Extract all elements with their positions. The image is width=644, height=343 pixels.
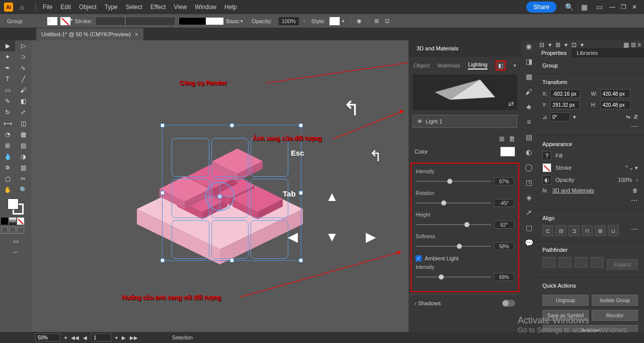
swatches-icon[interactable]: ▦ [526,73,532,81]
h-input[interactable] [600,100,630,109]
recolor-button[interactable]: Recolor [592,310,638,321]
transparency-icon[interactable]: ◐ [526,148,532,156]
flip-h-icon[interactable]: ⇋ [626,114,630,120]
canvas[interactable]: Công cụ Render Ánh sang của đối tượng Hư… [31,40,409,343]
recolor-icon[interactable]: ◉ [357,18,362,24]
pf-minus[interactable] [558,257,572,268]
menu-select[interactable]: Select [122,2,146,13]
shadows-label[interactable]: Shadows [418,300,441,306]
more-appearance-icon[interactable]: ⋯ [542,196,638,204]
appearance-icon[interactable]: ◯ [525,163,533,171]
height-value[interactable]: 62° [494,221,514,229]
stroke-panel-icon[interactable]: ≡ [527,118,531,126]
render-button[interactable]: ◧ [496,60,506,71]
angle-input[interactable] [550,112,570,121]
tab-properties[interactable]: Properties [536,48,572,57]
selection-bounds[interactable] [162,125,301,261]
pf-exclude[interactable] [591,257,604,268]
zoom-input[interactable] [35,333,60,341]
asset-export-icon[interactable]: ↗ [526,209,532,217]
style-swatch[interactable] [329,17,340,26]
align-right[interactable]: ⊐ [569,225,580,236]
opacity-value[interactable]: 100% [618,177,632,183]
menu-view[interactable]: View [170,2,191,13]
stroke-weight[interactable] [95,17,125,26]
flip-v-icon[interactable]: ⇵ [633,114,638,120]
opacity-value[interactable]: 100% [278,17,299,26]
fill-mixed-icon[interactable]: ? [542,151,551,160]
rotation-slider[interactable] [416,202,491,203]
rotation-value[interactable]: -45° [494,199,514,207]
intensity-slider[interactable] [416,181,491,182]
color-panel-icon[interactable]: ◉ [526,42,532,50]
layers-icon[interactable]: ◈ [526,193,532,201]
menu-type[interactable]: Type [101,2,122,13]
align-vcenter[interactable]: ⊞ [595,225,606,236]
opacity-icon[interactable]: ◐ [542,175,551,184]
comments-icon[interactable]: 💬 [525,239,533,247]
tab-materials[interactable]: Materials [438,62,460,68]
add-light-icon[interactable]: ⊞ [499,135,505,143]
brush-def[interactable] [179,17,224,25]
gradient-panel-icon[interactable]: ▤ [526,133,532,141]
fx-3d[interactable]: 3D and Materials [552,187,594,193]
graphic-styles-icon[interactable]: ◳ [526,178,532,186]
light-color-swatch[interactable] [500,147,515,157]
isolate-button[interactable]: Isolate Group [592,295,638,306]
transform-icon[interactable]: ⊡ [385,18,389,24]
height-slider[interactable] [416,224,491,225]
tab-object[interactable]: Object [414,62,430,68]
more-top-icon[interactable]: ⊡ [572,41,577,47]
shadows-toggle[interactable] [502,300,515,307]
align-panel-top-icon[interactable]: ⊟ [539,41,544,47]
visibility-icon[interactable]: 👁 [417,118,423,124]
workspace-icon[interactable]: ▭ [594,2,605,13]
ambient-checkbox[interactable]: ✓ [416,255,422,261]
brushes-icon[interactable]: 🖌 [525,88,532,96]
expand-button[interactable]: Expand [607,259,638,270]
align-top[interactable]: ⊓ [582,225,593,236]
artboard-next-icon[interactable]: ▶ [122,335,126,340]
stroke-profile[interactable] [125,17,176,26]
align-bottom[interactable]: ⊔ [608,225,619,236]
home-icon[interactable]: ⌂ [17,3,27,11]
save-symbol-button[interactable]: Save as Symbol [542,310,589,321]
maximize-icon[interactable]: ❐ [619,4,628,11]
tab-libraries[interactable]: Libraries [572,48,603,57]
pf-unite[interactable] [542,257,555,268]
menu-help[interactable]: Help [220,2,241,13]
pf-intersect[interactable] [575,257,588,268]
menu-file[interactable]: File [39,2,56,13]
artboard-nav-input[interactable] [91,333,111,341]
artboard-prev2-icon[interactable]: ◀ [83,335,87,340]
color-guide-icon[interactable]: ◨ [526,57,532,65]
pathfinder-top-icon[interactable]: ⊞ [555,41,560,47]
menu-window[interactable]: Window [191,2,220,13]
arrange-docs-icon[interactable]: ▦ [579,2,590,13]
align-hcenter[interactable]: ⊟ [555,225,567,236]
menu-edit[interactable]: Edit [56,2,75,13]
delete-fx-icon[interactable]: 🗑 [632,187,638,193]
softness-slider[interactable] [416,246,491,247]
search-icon[interactable]: 🔍 [564,2,575,13]
sync-icon[interactable]: ⇄ [508,100,514,108]
stroke-none-icon[interactable] [542,163,551,172]
more-transform-icon[interactable]: ⋯ [542,122,638,130]
menu-effect[interactable]: Effect [146,2,170,13]
menu-object[interactable]: Object [75,2,101,13]
minimize-icon[interactable]: — [608,4,617,11]
w-input[interactable] [600,89,630,98]
x-input[interactable] [550,89,580,98]
amb-intensity-slider[interactable] [416,277,491,278]
artboards-icon[interactable]: ▢ [526,224,532,232]
y-input[interactable] [550,100,580,109]
document-tab[interactable]: Untitled-1* @ 50 % (CMYK/Preview) × [36,28,143,40]
tab-lighting[interactable]: Lighting [468,61,488,70]
align-left[interactable]: ⊏ [542,225,553,236]
more-align-icon[interactable]: ⋯ [631,225,638,236]
artboard-next2-icon[interactable]: ▶▶ [130,335,138,340]
share-button[interactable]: Share [526,2,556,13]
light-preview[interactable]: ⇄ [413,75,517,110]
light-item[interactable]: 👁 Light 1 [413,115,517,128]
symbols-icon[interactable]: ♣ [526,103,531,111]
